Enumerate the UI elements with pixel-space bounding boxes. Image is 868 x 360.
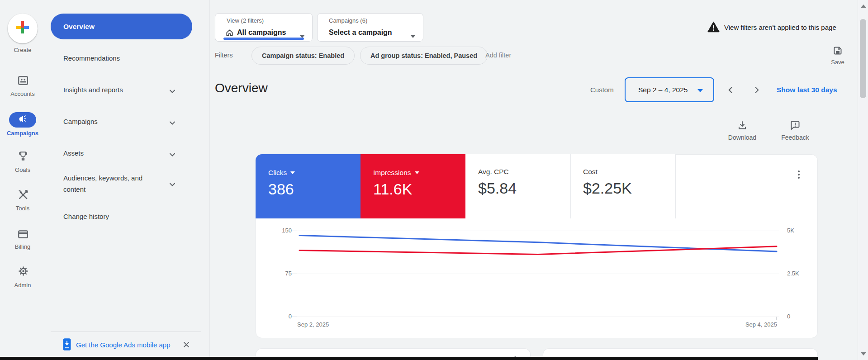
save-button[interactable]: Save [827,45,849,66]
nav-item-insights[interactable]: Insights and reports [63,86,123,94]
filter-chip-text: Campaign status: Enabled [262,52,344,59]
x-axis-label-start: Sep 2, 2025 [297,321,329,328]
scorecard-value: $5.84 [478,180,570,197]
view-selector-dropdown[interactable]: View (2 filters) All campaigns [215,13,313,42]
campaign-selector-value: Select a campaign [329,28,392,37]
download-button[interactable]: Download [722,120,763,141]
scorecard-avg-cpc[interactable]: Avg. CPC $5.84 [465,154,570,218]
add-filter-button[interactable]: Add filter [485,52,511,59]
axis-tick [292,317,297,317]
x-axis-label-end: Sep 4, 2025 [732,321,777,328]
next-period-button[interactable] [752,85,762,95]
show-last-30-days-link[interactable]: Show last 30 days [777,86,837,94]
bottom-clipped-strip [0,357,818,360]
divider [51,332,201,332]
filter-chip-text: Ad group status: Enabled, Paused [370,52,477,59]
campaign-selector-label: Campaigns (6) [329,17,367,24]
nav-item-change-history[interactable]: Change history [63,213,109,220]
rail-item-billing[interactable]: Billing [0,243,45,250]
left-axis-tick-150: 150 [265,227,292,234]
chevron-down-icon[interactable] [168,150,177,159]
right-axis-tick-0: 0 [787,313,814,320]
previous-period-button[interactable] [726,85,735,95]
scorecard-impressions[interactable]: Impressions 11.6K [360,154,465,218]
rail-item-admin[interactable]: Admin [0,282,45,289]
nav-item-assets[interactable]: Assets [63,149,84,157]
divider [570,154,571,218]
filter-chip-adgroup-status[interactable]: Ad group status: Enabled, Paused [360,47,488,65]
scroll-down-arrow[interactable] [861,352,866,355]
scorecard-label: Clicks [268,169,287,176]
mobile-app-link[interactable]: Get the Google Ads mobile app [76,341,170,349]
date-mode-label: Custom [590,86,614,94]
vertical-scrollbar[interactable] [858,0,868,360]
left-axis-tick-75: 75 [265,270,292,277]
plus-icon [15,20,30,37]
scroll-up-arrow[interactable] [861,5,866,8]
caret-down-icon [410,32,416,40]
download-label: Download [722,134,763,141]
goals-icon[interactable] [17,150,29,162]
scorecard-label: Impressions [373,169,411,176]
feedback-icon [790,124,801,132]
view-filters-warning: View filters aren't applied to this page [724,24,836,31]
caret-down-icon [415,168,419,176]
icon-rail: Create Accounts Campaigns [0,0,45,360]
create-button[interactable] [8,14,38,43]
scrollbar-thumb[interactable] [860,19,866,98]
divider [675,154,676,218]
nav-item-campaigns[interactable]: Campaigns [63,118,98,125]
nav-item-recommendations[interactable]: Recommendations [63,54,120,62]
google-ads-app: Create Accounts Campaigns [0,0,868,360]
date-range-picker[interactable]: Sep 2 – 4, 2025 [625,77,714,102]
scorecard-label: Avg. CPC [478,168,509,175]
left-axis-tick-0: 0 [265,313,292,320]
save-icon [832,50,843,57]
page-title: Overview [215,81,268,95]
view-selector-value: All campaigns [237,28,286,37]
scorecard-label: Cost [583,168,598,175]
admin-gear-icon[interactable] [17,265,29,277]
active-view-accent [223,38,304,40]
rail-item-campaigns[interactable]: Campaigns [0,130,45,137]
chevron-down-icon[interactable] [168,118,177,128]
billing-icon[interactable] [17,228,29,240]
close-icon[interactable] [182,341,190,349]
accounts-icon[interactable] [17,75,29,86]
chevron-down-icon[interactable] [168,180,177,189]
megaphone-icon [18,114,28,126]
caret-down-icon [290,168,295,176]
timeseries-chart [297,226,779,321]
rail-item-accounts[interactable]: Accounts [0,90,45,97]
feedback-button[interactable]: Feedback [775,120,816,141]
create-label: Create [0,47,45,53]
axis-tick [292,274,297,274]
axis-tick [292,231,297,231]
filter-chip-campaign-status[interactable]: Campaign status: Enabled [251,47,355,65]
nav-overview-label: Overview [63,23,95,31]
rail-item-tools[interactable]: Tools [0,205,45,212]
nav-divider-line [209,0,210,360]
tools-icon[interactable] [17,189,29,201]
scorecard-clicks[interactable]: Clicks 386 [256,154,360,218]
right-axis-tick-2-5k: 2.5K [787,270,814,277]
chevron-down-icon[interactable] [168,87,177,96]
nav-item-audiences[interactable]: Audiences, keywords, and content [63,172,160,195]
caret-down-icon [697,86,703,94]
rail-item-goals[interactable]: Goals [0,166,45,173]
save-label: Save [827,59,849,66]
feedback-label: Feedback [775,134,816,141]
impressions-line [299,246,777,255]
scorecard-value: $2.25K [583,180,675,197]
card-menu-kebab-icon[interactable] [797,171,801,181]
scorecard-value: 11.6K [373,180,465,198]
right-axis-tick-5k: 5K [787,227,814,234]
scorecard-value: 386 [268,180,360,198]
view-selector-label: View (2 filters) [227,17,264,24]
campaign-selector-dropdown[interactable]: Campaigns (6) Select a campaign [317,13,423,42]
mobile-app-icon [62,338,72,351]
rail-item-campaigns-pill[interactable] [9,112,36,128]
nav-item-overview[interactable]: Overview [51,14,192,39]
scorecard-cost[interactable]: Cost $2.25K [570,154,675,218]
warning-icon [707,21,720,33]
